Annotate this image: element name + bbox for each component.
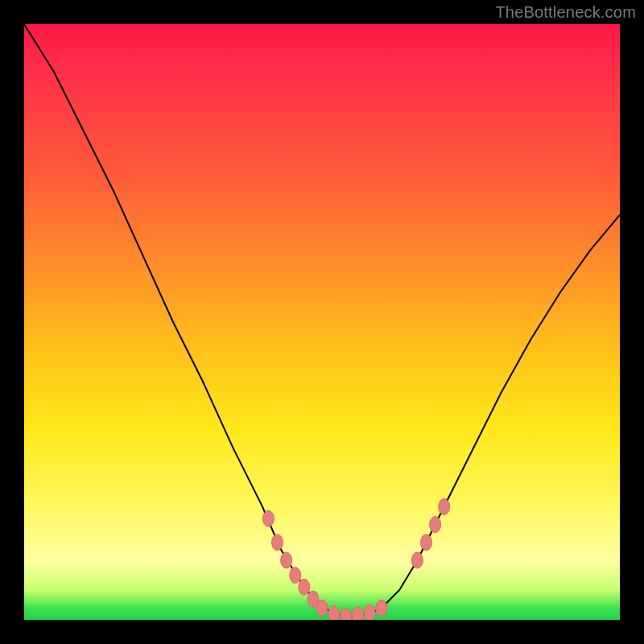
- curve-marker: [308, 591, 319, 607]
- curve-marker: [376, 600, 387, 616]
- bottleneck-curve: [24, 24, 620, 620]
- curve-marker: [328, 606, 340, 620]
- plot-area: [24, 24, 620, 620]
- curve-marker: [364, 605, 375, 620]
- chart-frame: TheBottleneck.com: [0, 0, 644, 644]
- curve-markers: [262, 498, 449, 620]
- curve-marker: [290, 568, 301, 584]
- curve-marker: [421, 535, 432, 551]
- curve-marker: [272, 535, 283, 551]
- curve-marker: [281, 552, 292, 568]
- curve-marker: [262, 510, 274, 526]
- curve-marker: [352, 607, 363, 620]
- curve-marker: [411, 552, 423, 568]
- curve-marker: [341, 609, 352, 620]
- curve-marker: [439, 498, 450, 514]
- curve-marker: [299, 579, 310, 595]
- curve-marker: [316, 600, 328, 616]
- curve-path: [24, 24, 620, 617]
- watermark-text: TheBottleneck.com: [495, 3, 636, 22]
- curve-marker: [430, 517, 441, 533]
